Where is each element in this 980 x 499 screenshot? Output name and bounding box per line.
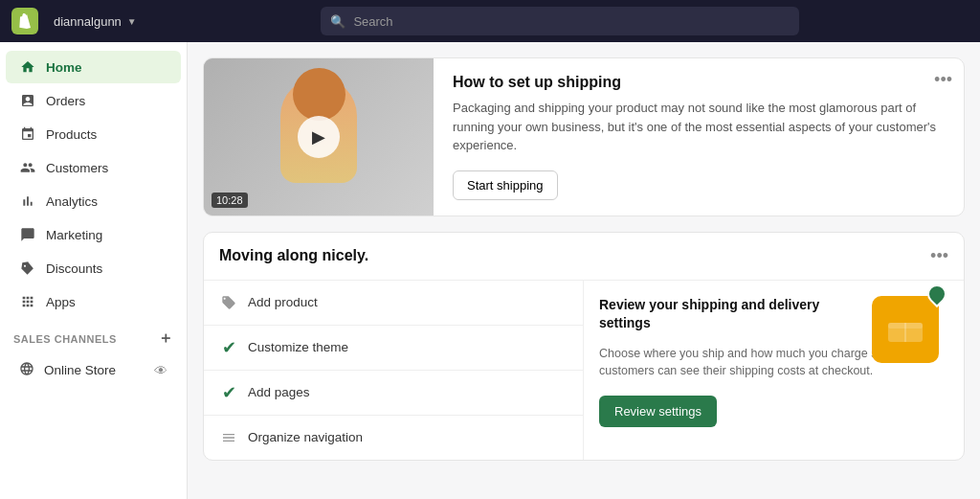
moving-along-card: Moving along nicely. ••• Add product ✔: [203, 232, 965, 461]
task-label: Add pages: [248, 385, 310, 399]
sidebar-item-label: Marketing: [46, 228, 102, 242]
shipping-illustration: [872, 296, 948, 373]
task-organize-navigation[interactable]: Organize navigation: [204, 416, 583, 460]
add-sales-channel-button[interactable]: ＋: [158, 329, 174, 349]
marketing-icon: [19, 226, 36, 243]
shipping-settings-panel: Review your shipping and delivery settin…: [584, 281, 964, 460]
sidebar-item-label: Discounts: [46, 261, 102, 276]
video-duration: 10:28: [212, 193, 248, 208]
start-shipping-button[interactable]: Start shipping: [453, 170, 558, 200]
sidebar-item-marketing[interactable]: Marketing: [6, 218, 181, 251]
shipping-video-card: ▶ 10:28 ••• How to set up shipping Packa…: [203, 57, 965, 216]
orders-icon: [19, 92, 36, 109]
task-add-pages[interactable]: ✔ Add pages: [204, 371, 583, 416]
sidebar: Home Orders Products Customers: [0, 42, 188, 499]
task-customize-theme[interactable]: ✔ Customize theme: [204, 326, 583, 371]
chevron-down-icon: ▼: [127, 16, 137, 27]
play-button[interactable]: ▶: [298, 116, 340, 158]
online-store-label: Online Store: [44, 363, 116, 377]
analytics-icon: [19, 193, 36, 210]
shipping-card-description: Packaging and shipping your product may …: [453, 99, 948, 155]
products-icon: [19, 125, 36, 143]
task-label: Organize navigation: [248, 430, 363, 444]
apps-icon: [19, 293, 36, 310]
online-store-icon: [19, 361, 34, 379]
sidebar-item-label: Products: [46, 127, 97, 142]
search-icon: 🔍: [330, 14, 345, 29]
sidebar-item-label: Apps: [46, 295, 76, 309]
main-content: ▶ 10:28 ••• How to set up shipping Packa…: [188, 42, 980, 499]
search-bar[interactable]: 🔍: [321, 7, 799, 35]
account-menu[interactable]: diannalgunn ▼: [54, 14, 137, 29]
sidebar-item-apps[interactable]: Apps: [6, 285, 181, 318]
sidebar-item-label: Analytics: [46, 194, 98, 209]
moving-body: Add product ✔ Customize theme ✔ Add page…: [204, 281, 964, 460]
sidebar-item-online-store[interactable]: Online Store 👁: [6, 353, 181, 387]
sidebar-item-orders[interactable]: Orders: [6, 84, 181, 117]
review-settings-button[interactable]: Review settings: [599, 396, 717, 427]
home-icon: [19, 58, 36, 76]
top-navigation: diannalgunn ▼ 🔍: [0, 0, 980, 42]
shipping-card-title: How to set up shipping: [453, 74, 948, 91]
sidebar-item-label: Orders: [46, 94, 85, 108]
discounts-icon: [19, 260, 36, 277]
tasks-list: Add product ✔ Customize theme ✔ Add page…: [204, 281, 584, 460]
tag-icon: [219, 293, 238, 312]
check-icon: ✔: [219, 383, 238, 402]
customers-icon: [19, 159, 36, 176]
sidebar-item-analytics[interactable]: Analytics: [6, 185, 181, 217]
account-name: diannalgunn: [54, 14, 122, 29]
moving-title: Moving along nicely.: [219, 247, 368, 264]
search-input[interactable]: [353, 14, 790, 29]
moving-card-menu-button[interactable]: •••: [930, 246, 948, 266]
sidebar-item-discounts[interactable]: Discounts: [6, 252, 181, 284]
task-add-product[interactable]: Add product: [204, 281, 583, 326]
sidebar-item-label: Customers: [46, 161, 108, 175]
shipping-info: ••• How to set up shipping Packaging and…: [434, 58, 964, 215]
sidebar-item-home[interactable]: Home: [6, 51, 181, 83]
sales-channels-section: SALES CHANNELS ＋: [0, 319, 187, 352]
sales-channels-label: SALES CHANNELS: [13, 333, 117, 345]
online-store-left: Online Store: [19, 361, 116, 379]
eye-icon[interactable]: 👁: [154, 363, 167, 378]
check-icon: ✔: [219, 338, 238, 357]
shipping-card-menu-button[interactable]: •••: [934, 70, 952, 90]
task-label: Customize theme: [248, 340, 348, 354]
task-label: Add product: [248, 295, 318, 309]
sidebar-item-products[interactable]: Products: [6, 118, 181, 150]
video-thumbnail[interactable]: ▶ 10:28: [204, 58, 434, 215]
nav-icon: [219, 428, 238, 447]
shopify-logo: [11, 8, 38, 34]
moving-header: Moving along nicely. •••: [204, 233, 964, 281]
sidebar-item-label: Home: [46, 60, 82, 75]
sidebar-item-customers[interactable]: Customers: [6, 151, 181, 184]
